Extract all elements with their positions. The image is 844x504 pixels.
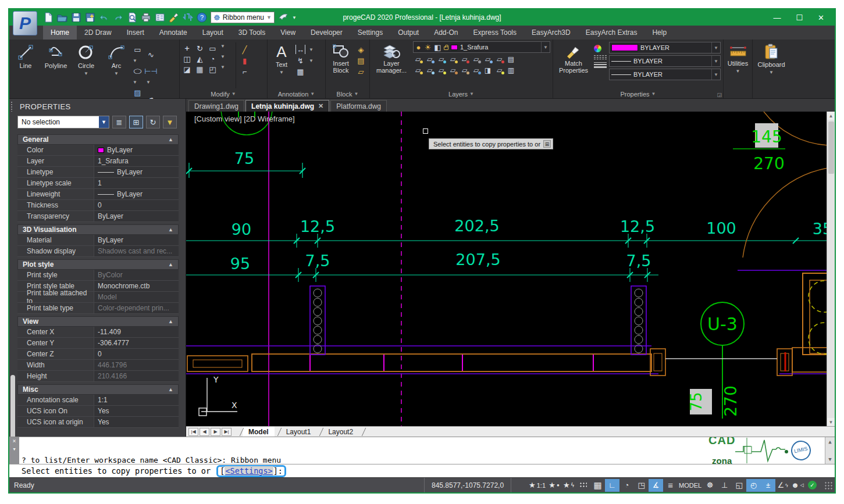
move-icon[interactable]: ＋ bbox=[182, 44, 192, 53]
prop-row-width[interactable]: Width446.1796 bbox=[17, 360, 179, 371]
multiline-dropdown-icon[interactable]: ▼ bbox=[146, 80, 151, 85]
annotation-scale-button[interactable]: ★1:1 bbox=[528, 479, 547, 492]
linetype-selector[interactable]: BYLAYER ▼ bbox=[609, 55, 721, 67]
command-scrollbar[interactable]: ▲ ▼ bbox=[825, 437, 835, 464]
fillet-icon[interactable]: ◔ bbox=[208, 54, 218, 63]
stretch-icon[interactable]: ▭ bbox=[208, 44, 218, 53]
close-button[interactable]: ✕ bbox=[818, 13, 824, 22]
qat-overflow-icon[interactable]: ▼ bbox=[292, 15, 297, 20]
prev-layout-button[interactable]: ◀ bbox=[200, 428, 209, 436]
layer-merge-icon[interactable]: ▱ bbox=[460, 66, 469, 75]
modify-dd1-icon[interactable]: ▼ bbox=[220, 44, 232, 53]
linetype-list-icon[interactable] bbox=[594, 55, 607, 59]
ellipse-icon[interactable]: ◯ bbox=[133, 68, 143, 74]
leader-icon[interactable]: ↯ bbox=[295, 56, 305, 65]
prop-row-layer[interactable]: Layer1_Srafura bbox=[17, 156, 179, 167]
palette-grip[interactable] bbox=[10, 101, 13, 112]
label-75-vertical[interactable]: 75 bbox=[688, 392, 705, 411]
tab-developer[interactable]: Developer bbox=[303, 26, 350, 40]
section-3d-visualisation[interactable]: 3D Visualisation▲ bbox=[17, 224, 179, 235]
tab-add-on[interactable]: Add-On bbox=[426, 26, 465, 40]
print-preview-icon[interactable] bbox=[127, 12, 137, 23]
erase-icon[interactable]: ◪ bbox=[182, 65, 192, 74]
model-space-button[interactable]: MODEL bbox=[678, 479, 703, 492]
save-as-icon[interactable] bbox=[85, 12, 95, 23]
dimension-icon[interactable]: ↔ bbox=[295, 45, 305, 54]
workspace-selector[interactable]: ☸ Ribbon menu ▼ bbox=[211, 12, 275, 23]
text-dropdown-icon[interactable]: ▼ bbox=[279, 69, 284, 76]
copy-icon[interactable]: ◫ bbox=[182, 54, 192, 63]
doc-tab-letnja-kuhinja[interactable]: Letnja kuhinja.dwg✕ bbox=[245, 100, 329, 112]
section-misc[interactable]: Misc▲ bbox=[17, 384, 179, 395]
annotation-autoscale-button[interactable]: ★ϟ bbox=[561, 479, 576, 492]
ellipse-dropdown-icon[interactable]: ▼ bbox=[133, 80, 137, 85]
help-icon[interactable]: ? bbox=[197, 12, 207, 23]
color-selector[interactable]: BYLAYER ▼ bbox=[609, 42, 721, 53]
prop-row-ucs-icon-origin[interactable]: UCS icon at originYes bbox=[17, 417, 179, 428]
tab-express-tools[interactable]: Express Tools bbox=[466, 26, 524, 40]
osnap-toggle-button[interactable]: ◳ bbox=[634, 479, 649, 492]
layer-delete-icon[interactable]: ▱ bbox=[494, 66, 504, 75]
ortho-toggle-button[interactable]: ∟ bbox=[605, 479, 619, 492]
line-button[interactable]: Line bbox=[12, 41, 40, 87]
layer-vp-icon[interactable]: ◧ bbox=[434, 42, 441, 52]
filter-button[interactable]: ▼ bbox=[163, 116, 177, 128]
command-history[interactable]: ? to list/Enter workspace name <CAD Clas… bbox=[19, 437, 825, 464]
collaboration-button[interactable]: ☻◁ bbox=[790, 479, 805, 492]
circle-button[interactable]: Circle ▼ bbox=[72, 41, 100, 87]
layer-thaw-icon[interactable]: ▱ bbox=[425, 66, 435, 75]
multiline-icon[interactable]: ⊢⊣ bbox=[146, 66, 156, 76]
quick-view-button[interactable]: ◴ bbox=[746, 479, 761, 492]
explode-icon[interactable]: ◰ bbox=[208, 65, 218, 74]
layer-selector[interactable]: ● ☀ ◧ 1_Srafura ▼ bbox=[413, 41, 550, 53]
match-properties-button[interactable]: Match Properties bbox=[555, 41, 592, 87]
properties-dialog-launcher-icon[interactable]: ◲ bbox=[717, 92, 722, 98]
tab-2d-draw[interactable]: 2D Draw bbox=[77, 26, 119, 40]
quick-select-button[interactable]: ⊞ bbox=[129, 116, 143, 128]
mirror-icon[interactable]: ◭ bbox=[195, 54, 205, 63]
create-block-icon[interactable]: ◈ bbox=[356, 45, 366, 54]
tab-3d-tools[interactable]: 3D Tools bbox=[231, 26, 273, 40]
rectangle-dropdown-icon[interactable]: ▼ bbox=[133, 58, 137, 63]
layer-isolate-icon[interactable]: ▱ bbox=[413, 55, 423, 64]
tab-view[interactable]: View bbox=[273, 26, 303, 40]
selection-filter-combo[interactable]: No selection ▼ bbox=[17, 116, 109, 128]
canvas-vertical-scrollbar[interactable]: ▲ ▼ bbox=[827, 112, 835, 426]
linetype-dropdown-icon[interactable]: ▼ bbox=[711, 56, 718, 66]
spline-icon[interactable]: ∿ bbox=[146, 50, 156, 59]
settings-gear-button[interactable]: ☸ bbox=[703, 479, 717, 492]
layer-freeze-sun-icon[interactable]: ☀ bbox=[424, 42, 432, 52]
command-input-line[interactable]: Select entities to copy properties to or… bbox=[9, 464, 835, 477]
modify-dd3-icon[interactable]: ▼ bbox=[220, 65, 232, 74]
rectangle-icon[interactable]: ▭ bbox=[133, 45, 143, 54]
hatch-icon[interactable]: ▨ bbox=[133, 88, 143, 97]
layer-manager-button[interactable]: Layer manager... bbox=[372, 41, 411, 87]
viewport-view-label[interactable]: [Custom view] [2D Wireframe] bbox=[194, 115, 295, 123]
layer-walk-icon[interactable]: ▱ bbox=[483, 55, 493, 64]
leader-dropdown-icon[interactable]: ▼ bbox=[309, 58, 314, 63]
lineweight-display-button[interactable]: ⊥ bbox=[717, 479, 732, 492]
dynamic-input-button[interactable]: ± bbox=[761, 479, 775, 492]
lineweight-dropdown-icon[interactable]: ▼ bbox=[711, 69, 718, 80]
first-layout-button[interactable]: |◀ bbox=[188, 428, 198, 436]
layer-dropdown-icon[interactable]: ▼ bbox=[541, 42, 548, 52]
utilities-dropdown-icon[interactable]: ▼ bbox=[736, 68, 740, 75]
scroll-down-icon[interactable]: ▼ bbox=[827, 418, 835, 426]
trim-knife-icon[interactable]: ╱ bbox=[240, 45, 250, 54]
edit-attributes-icon[interactable]: ▱ bbox=[356, 67, 366, 76]
layer-match-icon[interactable]: ▱ bbox=[460, 55, 469, 64]
tab-insert[interactable]: Insert bbox=[119, 26, 152, 40]
next-layout-button[interactable]: ▶ bbox=[211, 428, 220, 436]
layer-current-icon[interactable]: ▱ bbox=[471, 66, 481, 75]
prop-row-transparency[interactable]: TransparencyByLayer bbox=[17, 211, 179, 222]
command-expand-icon[interactable]: ▼ bbox=[13, 446, 15, 452]
select-entities-button[interactable]: ↻ bbox=[146, 116, 160, 128]
rotate-icon[interactable]: ↻ bbox=[195, 44, 205, 53]
color-wheel-icon[interactable] bbox=[594, 45, 601, 52]
tab-annotate[interactable]: Annotate bbox=[152, 26, 195, 40]
clipboard-button[interactable]: Clipboard ▼ bbox=[756, 41, 787, 87]
modify-dd2-icon[interactable]: ▼ bbox=[220, 54, 232, 63]
lineweight-toggle-button[interactable]: ≡ bbox=[663, 479, 678, 492]
layer-copy-icon[interactable]: ▱ bbox=[448, 66, 458, 75]
layer-lock-tool-icon[interactable]: ▱ bbox=[448, 55, 458, 64]
